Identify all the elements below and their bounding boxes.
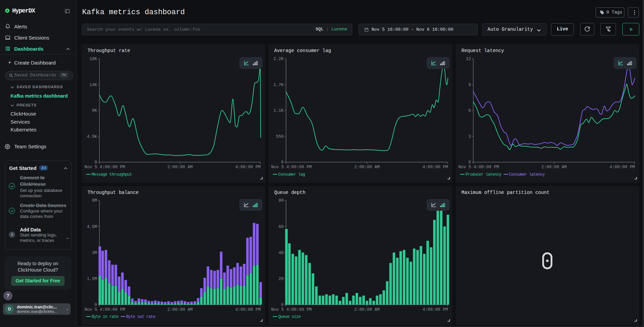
svg-text:80: 80 xyxy=(279,198,284,203)
svg-text:4:00:00 PM: 4:00:00 PM xyxy=(235,165,261,170)
svg-text:1.7K: 1.7K xyxy=(273,83,284,87)
svg-text:14K: 14K xyxy=(89,83,97,87)
svg-text:4:00:00 PM: 4:00:00 PM xyxy=(423,307,448,312)
svg-text:9K: 9K xyxy=(92,108,97,113)
svg-text:12: 12 xyxy=(466,57,471,61)
svg-text:Nov 5 4:00:00 PM: Nov 5 4:00:00 PM xyxy=(85,165,125,170)
svg-text:1.5M: 1.5M xyxy=(87,277,97,281)
svg-text:2.2K: 2.2K xyxy=(273,57,284,61)
svg-text:6: 6 xyxy=(468,108,471,113)
svg-text:2:00:00 AM: 2:00:00 AM xyxy=(167,165,193,170)
svg-text:18K: 18K xyxy=(89,57,97,61)
svg-text:60: 60 xyxy=(279,225,284,229)
svg-text:2:00:00 AM: 2:00:00 AM xyxy=(354,165,380,170)
svg-text:4:00:00 PM: 4:00:00 PM xyxy=(610,165,635,170)
svg-text:6M: 6M xyxy=(92,198,97,203)
svg-text:3M: 3M xyxy=(92,251,97,255)
svg-text:4:00:00 PM: 4:00:00 PM xyxy=(423,165,448,170)
svg-text:Nov 5 4:00:00 PM: Nov 5 4:00:00 PM xyxy=(271,307,312,312)
svg-text:4:00:00 PM: 4:00:00 PM xyxy=(235,307,261,312)
svg-text:3: 3 xyxy=(468,134,471,139)
svg-text:0: 0 xyxy=(281,303,284,307)
svg-text:1.1K: 1.1K xyxy=(273,108,284,113)
svg-text:0: 0 xyxy=(281,160,284,165)
svg-text:Nov 5 4:00:00 PM: Nov 5 4:00:00 PM xyxy=(271,165,312,170)
svg-text:2:00:00 AM: 2:00:00 AM xyxy=(354,307,380,312)
svg-text:550: 550 xyxy=(276,134,284,139)
svg-text:Nov 5 4:00:00 PM: Nov 5 4:00:00 PM xyxy=(85,307,125,312)
svg-text:40: 40 xyxy=(279,251,284,255)
svg-text:Nov 5 4:00:00 PM: Nov 5 4:00:00 PM xyxy=(458,165,499,170)
svg-text:0: 0 xyxy=(94,160,97,165)
svg-text:2:00:00 AM: 2:00:00 AM xyxy=(541,165,567,170)
svg-text:0: 0 xyxy=(94,303,97,307)
svg-text:20: 20 xyxy=(279,277,284,281)
svg-text:9: 9 xyxy=(468,83,471,87)
svg-text:4.5M: 4.5M xyxy=(87,225,97,229)
svg-text:4.5K: 4.5K xyxy=(87,134,97,139)
svg-text:2:00:00 AM: 2:00:00 AM xyxy=(167,307,193,312)
svg-text:0: 0 xyxy=(468,160,471,165)
